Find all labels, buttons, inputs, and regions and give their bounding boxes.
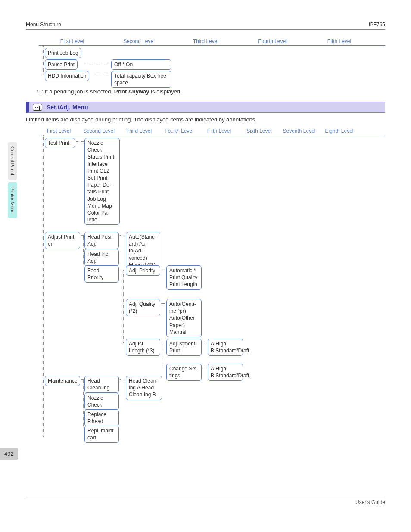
levels-header-8: First Level Second Level Third Level Fou…	[39, 128, 385, 134]
node-hdd-opts: Total capacity Box free space	[111, 71, 171, 88]
node-replace-phead: Replace P.head	[84, 409, 119, 426]
section-title-text: Set./Adj. Menu	[47, 104, 88, 111]
node-nozzle-check: Nozzle Check	[84, 393, 119, 410]
adjustment-icon	[33, 104, 42, 111]
level8-col-7: Seventh Level	[279, 128, 319, 134]
footnote-1: *1: If a pending job is selected, Print …	[36, 88, 385, 95]
level8-col-3: Third Level	[119, 128, 159, 134]
footnote-1-post: is displayed.	[149, 88, 182, 95]
node-adjust-length: Adjust Length (*3)	[126, 339, 160, 356]
node-head-posi-opts: Auto(Stand-ard) Au-to(Ad-vanced) Manual …	[126, 232, 160, 270]
node-adjustment-print: Adjustment-Print	[166, 339, 202, 356]
node-head-cleaning-opts: Head Clean-ing A Head Clean-ing B	[126, 376, 162, 400]
node-pause-print: Pause Print	[45, 59, 78, 70]
header-rule	[26, 29, 385, 30]
node-test-print-opts: Nozzle Check Status Print Interface Prin…	[84, 138, 120, 225]
node-feed-priority: Feed Priority	[84, 265, 119, 283]
level8-col-8: Eighth Level	[319, 128, 359, 134]
header-left: Menu Structure	[26, 22, 61, 28]
level8-col-5: Fifth Level	[199, 128, 239, 134]
page-number: 492	[0, 448, 18, 460]
footer-text: User's Guide	[26, 497, 385, 505]
node-adj-priority-opts: Automatic * Print Quality Print Length	[166, 265, 202, 290]
level8-col-6: Sixth Level	[239, 128, 279, 134]
node-change-settings: Change Set-tings	[166, 364, 202, 381]
level8-col-2: Second Level	[79, 128, 119, 134]
node-adj-quality-opts: Auto(Genu-inePpr) Auto(Other-Paper) Manu…	[166, 299, 202, 337]
level-col-5: Fifth Level	[306, 38, 373, 44]
node-head-inc-adj: Head Inc. Adj.	[84, 249, 119, 266]
node-adjust-printer: Adjust Print-er	[45, 232, 80, 249]
node-maintenance: Maintenance	[45, 376, 80, 386]
level-col-4: Fourth Level	[239, 38, 306, 44]
node-head-posi-adj: Head Posi. Adj.	[84, 232, 119, 249]
node-hdd-info: HDD Information	[45, 71, 89, 81]
node-change-settings-opts: A:High B:Standard/Draft	[208, 364, 243, 381]
section-set-adj-menu: Set./Adj. Menu	[26, 102, 385, 113]
node-test-print: Test Print	[45, 138, 75, 148]
level-col-1: First Level	[39, 38, 106, 44]
level8-col-1: First Level	[39, 128, 79, 134]
node-head-cleaning: Head Clean-ing	[84, 376, 119, 393]
node-pause-opts: Off * On	[111, 59, 171, 70]
level-col-2: Second Level	[106, 38, 172, 44]
node-adj-quality: Adj. Quality (*2)	[126, 299, 160, 316]
intro-text: Limited items are displayed during print…	[26, 116, 385, 123]
footnote-1-bold: Print Anyway	[114, 88, 149, 95]
level8-col-4: Fourth Level	[159, 128, 199, 134]
tree1-container: Print Job Log Pause Print Off * On HDD I…	[39, 45, 385, 84]
level-col-3: Third Level	[172, 38, 239, 44]
node-print-job-log: Print Job Log	[45, 48, 81, 58]
node-adj-priority: Adj. Priority	[126, 265, 160, 276]
running-header: Menu Structure iPF765	[26, 22, 385, 28]
levels-header-5: First Level Second Level Third Level Fou…	[39, 38, 385, 44]
node-adjustment-print-opts: A:High B:Standard/Draft	[208, 339, 243, 356]
footnote-1-pre: *1: If a pending job is selected,	[36, 88, 114, 95]
page-content: Menu Structure iPF765 First Level Second…	[0, 0, 411, 518]
node-repl-maint-cart: Repl. maint cart	[84, 426, 119, 443]
header-right: iPF765	[369, 22, 385, 28]
tree2-container: Test Print Nozzle Check Status Print Int…	[39, 135, 385, 436]
